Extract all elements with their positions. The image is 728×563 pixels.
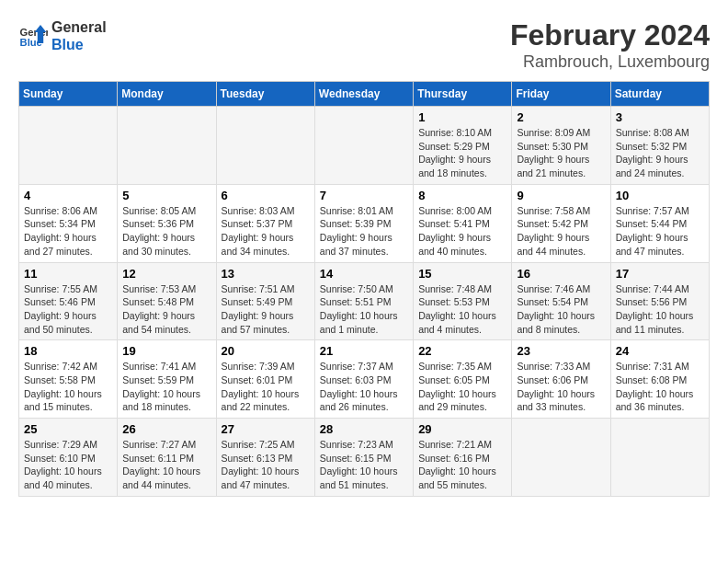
day-info: Sunrise: 7:48 AM Sunset: 5:53 PM Dayligh… — [418, 282, 506, 337]
day-number: 17 — [616, 267, 704, 281]
day-info: Sunrise: 7:51 AM Sunset: 5:49 PM Dayligh… — [222, 282, 310, 337]
calendar-cell: 13Sunrise: 7:51 AM Sunset: 5:49 PM Dayli… — [216, 262, 314, 340]
calendar-cell: 26Sunrise: 7:27 AM Sunset: 6:11 PM Dayli… — [118, 419, 216, 497]
subtitle: Rambrouch, Luxembourg — [510, 52, 710, 72]
calendar-cell: 1Sunrise: 8:10 AM Sunset: 5:29 PM Daylig… — [414, 107, 512, 185]
day-number: 5 — [122, 189, 210, 202]
logo: General Blue General Blue — [18, 18, 107, 53]
day-info: Sunrise: 7:50 AM Sunset: 5:51 PM Dayligh… — [320, 282, 408, 337]
calendar-cell: 12Sunrise: 7:53 AM Sunset: 5:48 PM Dayli… — [118, 262, 216, 340]
calendar-cell — [512, 419, 610, 497]
day-number: 25 — [24, 422, 112, 436]
calendar-cell: 6Sunrise: 8:03 AM Sunset: 5:37 PM Daylig… — [216, 184, 314, 262]
logo-blue-text: Blue — [51, 36, 107, 53]
day-info: Sunrise: 8:06 AM Sunset: 5:34 PM Dayligh… — [24, 204, 112, 259]
day-number: 27 — [222, 422, 310, 436]
calendar-cell: 2Sunrise: 8:09 AM Sunset: 5:30 PM Daylig… — [512, 107, 610, 185]
calendar-cell — [216, 107, 314, 185]
title-block: February 2024 Rambrouch, Luxembourg — [510, 18, 710, 72]
day-info: Sunrise: 7:21 AM Sunset: 6:16 PM Dayligh… — [418, 438, 506, 492]
calendar-cell: 16Sunrise: 7:46 AM Sunset: 5:54 PM Dayli… — [512, 262, 610, 340]
calendar-cell: 21Sunrise: 7:37 AM Sunset: 6:03 PM Dayli… — [314, 340, 413, 419]
day-info: Sunrise: 7:25 AM Sunset: 6:13 PM Dayligh… — [222, 438, 310, 492]
day-info: Sunrise: 8:00 AM Sunset: 5:41 PM Dayligh… — [418, 204, 506, 259]
calendar-cell: 8Sunrise: 8:00 AM Sunset: 5:41 PM Daylig… — [414, 184, 512, 262]
calendar-cell: 22Sunrise: 7:35 AM Sunset: 6:05 PM Dayli… — [414, 340, 512, 419]
calendar-cell — [314, 107, 413, 185]
week-row-2: 4Sunrise: 8:06 AM Sunset: 5:34 PM Daylig… — [19, 184, 710, 262]
day-info: Sunrise: 7:58 AM Sunset: 5:42 PM Dayligh… — [517, 204, 605, 259]
day-number: 22 — [418, 344, 506, 358]
calendar-cell: 20Sunrise: 7:39 AM Sunset: 6:01 PM Dayli… — [216, 340, 314, 419]
day-number: 11 — [24, 267, 112, 281]
day-info: Sunrise: 8:10 AM Sunset: 5:29 PM Dayligh… — [418, 126, 506, 180]
page-header: General Blue General Blue February 2024 … — [18, 18, 710, 72]
calendar-cell: 28Sunrise: 7:23 AM Sunset: 6:15 PM Dayli… — [314, 419, 413, 497]
day-number: 8 — [418, 189, 506, 202]
calendar-cell: 3Sunrise: 8:08 AM Sunset: 5:32 PM Daylig… — [610, 107, 709, 185]
calendar-cell: 7Sunrise: 8:01 AM Sunset: 5:39 PM Daylig… — [314, 184, 413, 262]
day-info: Sunrise: 7:23 AM Sunset: 6:15 PM Dayligh… — [320, 438, 408, 492]
day-number: 20 — [222, 344, 310, 358]
calendar-cell: 14Sunrise: 7:50 AM Sunset: 5:51 PM Dayli… — [314, 262, 413, 340]
day-number: 26 — [122, 422, 210, 436]
day-number: 10 — [616, 189, 704, 202]
calendar-cell: 17Sunrise: 7:44 AM Sunset: 5:56 PM Dayli… — [610, 262, 709, 340]
day-number: 15 — [418, 267, 506, 281]
day-info: Sunrise: 7:57 AM Sunset: 5:44 PM Dayligh… — [616, 204, 704, 259]
calendar-cell: 27Sunrise: 7:25 AM Sunset: 6:13 PM Dayli… — [216, 419, 314, 497]
calendar-cell: 25Sunrise: 7:29 AM Sunset: 6:10 PM Dayli… — [19, 419, 118, 497]
day-info: Sunrise: 7:37 AM Sunset: 6:03 PM Dayligh… — [320, 360, 408, 414]
week-row-3: 11Sunrise: 7:55 AM Sunset: 5:46 PM Dayli… — [19, 262, 710, 340]
day-number: 13 — [222, 267, 310, 281]
day-number: 3 — [616, 110, 704, 124]
weekday-header-saturday: Saturday — [610, 82, 709, 107]
day-number: 19 — [122, 344, 210, 358]
day-number: 23 — [517, 344, 605, 358]
day-info: Sunrise: 7:41 AM Sunset: 5:59 PM Dayligh… — [122, 360, 210, 414]
week-row-5: 25Sunrise: 7:29 AM Sunset: 6:10 PM Dayli… — [19, 419, 710, 497]
day-info: Sunrise: 7:27 AM Sunset: 6:11 PM Dayligh… — [122, 438, 210, 492]
main-title: February 2024 — [510, 18, 710, 52]
day-number: 28 — [320, 422, 408, 436]
day-info: Sunrise: 7:35 AM Sunset: 6:05 PM Dayligh… — [418, 360, 506, 414]
calendar-cell: 5Sunrise: 8:05 AM Sunset: 5:36 PM Daylig… — [118, 184, 216, 262]
calendar-table: SundayMondayTuesdayWednesdayThursdayFrid… — [18, 81, 710, 497]
weekday-header-thursday: Thursday — [414, 82, 512, 107]
day-info: Sunrise: 8:01 AM Sunset: 5:39 PM Dayligh… — [320, 204, 408, 259]
day-info: Sunrise: 8:03 AM Sunset: 5:37 PM Dayligh… — [222, 204, 310, 259]
calendar-cell: 15Sunrise: 7:48 AM Sunset: 5:53 PM Dayli… — [414, 262, 512, 340]
day-number: 2 — [517, 110, 605, 124]
day-number: 16 — [517, 267, 605, 281]
calendar-cell: 4Sunrise: 8:06 AM Sunset: 5:34 PM Daylig… — [19, 184, 118, 262]
weekday-header-sunday: Sunday — [19, 82, 118, 107]
day-info: Sunrise: 7:29 AM Sunset: 6:10 PM Dayligh… — [24, 438, 112, 492]
logo-general-text: General — [51, 18, 107, 36]
day-number: 7 — [320, 189, 408, 202]
calendar-cell — [19, 107, 118, 185]
calendar-cell: 19Sunrise: 7:41 AM Sunset: 5:59 PM Dayli… — [118, 340, 216, 419]
day-number: 29 — [418, 422, 506, 436]
day-number: 6 — [222, 189, 310, 202]
calendar-cell: 29Sunrise: 7:21 AM Sunset: 6:16 PM Dayli… — [414, 419, 512, 497]
calendar-cell: 18Sunrise: 7:42 AM Sunset: 5:58 PM Dayli… — [19, 340, 118, 419]
day-info: Sunrise: 7:44 AM Sunset: 5:56 PM Dayligh… — [616, 282, 704, 337]
day-number: 14 — [320, 267, 408, 281]
calendar-cell: 24Sunrise: 7:31 AM Sunset: 6:08 PM Dayli… — [610, 340, 709, 419]
day-info: Sunrise: 8:08 AM Sunset: 5:32 PM Dayligh… — [616, 126, 704, 180]
day-number: 24 — [616, 344, 704, 358]
weekday-header-monday: Monday — [118, 82, 216, 107]
calendar-cell — [610, 419, 709, 497]
weekday-header-tuesday: Tuesday — [216, 82, 314, 107]
day-info: Sunrise: 7:33 AM Sunset: 6:06 PM Dayligh… — [517, 360, 605, 414]
day-number: 18 — [24, 344, 112, 358]
day-info: Sunrise: 7:53 AM Sunset: 5:48 PM Dayligh… — [122, 282, 210, 337]
day-info: Sunrise: 7:55 AM Sunset: 5:46 PM Dayligh… — [24, 282, 112, 337]
calendar-cell: 9Sunrise: 7:58 AM Sunset: 5:42 PM Daylig… — [512, 184, 610, 262]
week-row-4: 18Sunrise: 7:42 AM Sunset: 5:58 PM Dayli… — [19, 340, 710, 419]
day-number: 12 — [122, 267, 210, 281]
day-info: Sunrise: 7:39 AM Sunset: 6:01 PM Dayligh… — [222, 360, 310, 414]
day-number: 4 — [24, 189, 112, 202]
day-number: 21 — [320, 344, 408, 358]
day-number: 9 — [517, 189, 605, 202]
